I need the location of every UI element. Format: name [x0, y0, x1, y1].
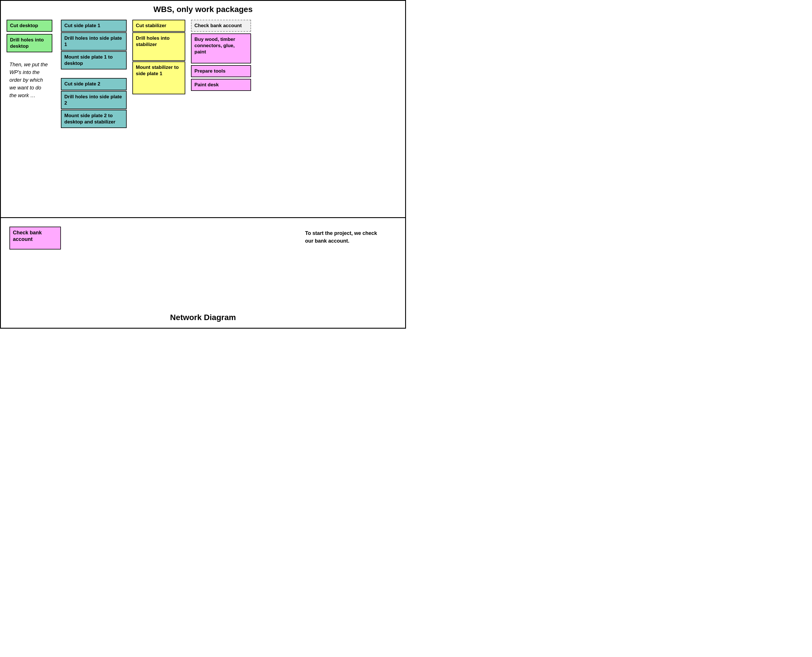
box-prepare-tools: Prepare tools	[191, 65, 251, 77]
teal-column: Cut side plate 1 Drill holes into side p…	[61, 20, 127, 213]
main-container: WBS, only work packages Cut desktop Dril…	[0, 0, 406, 328]
box-drill-sp1: Drill holes into side plate 1	[61, 32, 127, 51]
wbs-content: Cut desktop Drill holes into desktop The…	[1, 17, 405, 216]
box-drill-desktop: Drill holes into desktop	[6, 34, 52, 52]
green-column: Cut desktop Drill holes into desktop	[6, 20, 52, 52]
box-check-bank-dashed: Check bank account	[191, 20, 251, 32]
wbs-section: WBS, only work packages Cut desktop Dril…	[1, 1, 405, 218]
italic-text: Then, we put the WP's into the order by …	[6, 52, 52, 100]
bottom-description: To start the project, we check our bank …	[305, 227, 397, 245]
teal-bottom: Cut side plate 2 Drill holes into side p…	[61, 78, 127, 128]
box-cut-stab: Cut stabilizer	[132, 20, 185, 32]
box-cut-sp1: Cut side plate 1	[61, 20, 127, 32]
box-cut-desktop: Cut desktop	[6, 20, 52, 32]
teal-top: Cut side plate 1 Drill holes into side p…	[61, 20, 127, 69]
wbs-title: WBS, only work packages	[1, 1, 405, 17]
box-paint-desk: Paint desk	[191, 79, 251, 91]
box-drill-sp2: Drill holes into side plate 2	[61, 91, 127, 109]
box-buy-wood: Buy wood, timber connectors, glue, paint	[191, 33, 251, 64]
bottom-section: Check bank account To start the project,…	[1, 218, 405, 328]
box-mount-sp1: Mount side plate 1 to desktop	[61, 51, 127, 69]
network-diagram-title: Network Diagram	[1, 313, 405, 322]
box-cut-sp2: Cut side plate 2	[61, 78, 127, 90]
box-drill-stab: Drill holes into stabilizer	[132, 32, 185, 61]
box-check-bank-pink: Check bank account	[9, 227, 61, 249]
box-mount-stab: Mount stabilizer to side plate 1	[132, 61, 185, 94]
bottom-content: Check bank account To start the project,…	[1, 218, 405, 252]
yellow-column: Cut stabilizer Drill holes into stabiliz…	[132, 20, 185, 213]
box-mount-sp2: Mount side plate 2 to desktop and stabil…	[61, 110, 127, 128]
right-column: Check bank account Buy wood, timber conn…	[191, 20, 251, 213]
